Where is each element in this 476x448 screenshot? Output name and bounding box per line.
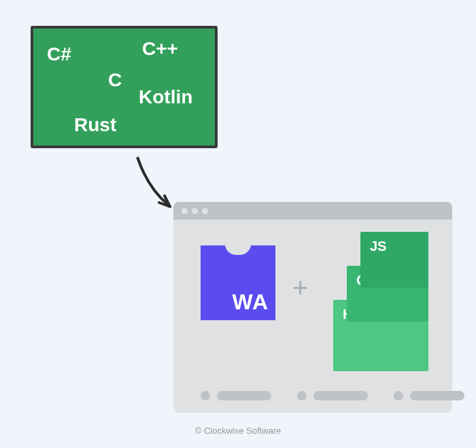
browser-title-bar bbox=[173, 202, 452, 220]
wa-label: WA bbox=[232, 290, 269, 315]
placeholder-line-icon bbox=[313, 391, 368, 400]
lang-csharp: C# bbox=[47, 44, 71, 65]
placeholder-line-icon bbox=[410, 391, 464, 400]
window-dot-icon bbox=[202, 208, 208, 214]
lang-cpp: C++ bbox=[142, 38, 178, 60]
placeholder-line-icon bbox=[217, 391, 271, 400]
placeholder-dot-icon bbox=[394, 391, 403, 400]
lang-rust: Rust bbox=[74, 114, 116, 136]
bar-group bbox=[394, 391, 464, 400]
file-js: JS bbox=[360, 232, 428, 288]
lang-kotlin: Kotlin bbox=[139, 86, 192, 108]
placeholder-bars bbox=[201, 391, 464, 400]
lang-c: C bbox=[108, 69, 122, 91]
window-dot-icon bbox=[182, 208, 188, 214]
languages-board: C# C++ C Kotlin Rust bbox=[31, 26, 218, 148]
notch-icon bbox=[225, 244, 251, 255]
placeholder-dot-icon bbox=[297, 391, 307, 400]
bar-group bbox=[201, 391, 271, 400]
window-dot-icon bbox=[192, 208, 198, 214]
placeholder-dot-icon bbox=[201, 391, 210, 400]
browser-content: WA + JS CSS HTML bbox=[173, 220, 452, 413]
browser-window: WA + JS CSS HTML bbox=[173, 202, 452, 413]
copyright-text: © Clockwise Software bbox=[0, 426, 476, 436]
webassembly-box: WA bbox=[201, 245, 275, 320]
plus-icon: + bbox=[292, 273, 308, 303]
bar-group bbox=[297, 391, 368, 400]
